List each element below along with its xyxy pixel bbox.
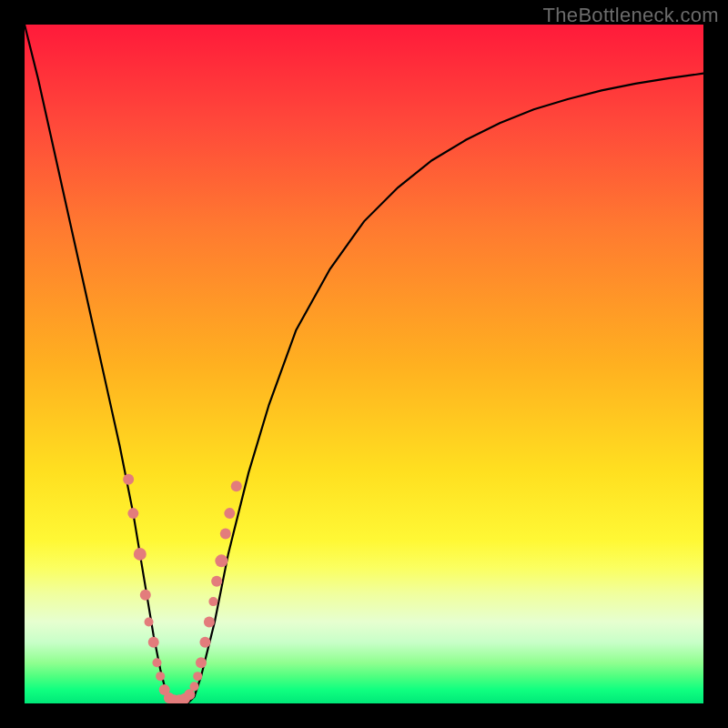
data-point <box>152 658 161 667</box>
data-point <box>145 617 154 626</box>
plot-area <box>25 25 703 703</box>
chart-frame: TheBottleneck.com <box>0 0 728 728</box>
data-point <box>208 597 217 606</box>
data-point <box>204 616 215 627</box>
bottleneck-curve-path <box>25 25 703 703</box>
data-point <box>140 590 151 601</box>
scatter-points <box>123 474 242 703</box>
data-point <box>193 672 202 681</box>
data-point <box>127 508 138 519</box>
plot-svg <box>25 25 703 703</box>
data-point <box>220 529 231 540</box>
data-point <box>211 576 222 587</box>
bottleneck-curve <box>25 25 703 703</box>
data-point <box>156 672 165 681</box>
data-point <box>231 480 242 491</box>
watermark-text: TheBottleneck.com <box>543 4 719 27</box>
data-point <box>148 637 159 648</box>
data-point <box>190 682 199 691</box>
data-point <box>215 554 228 567</box>
data-point <box>123 474 134 485</box>
data-point <box>199 637 210 648</box>
data-point <box>134 548 147 561</box>
data-point <box>196 657 207 668</box>
data-point <box>224 508 235 519</box>
